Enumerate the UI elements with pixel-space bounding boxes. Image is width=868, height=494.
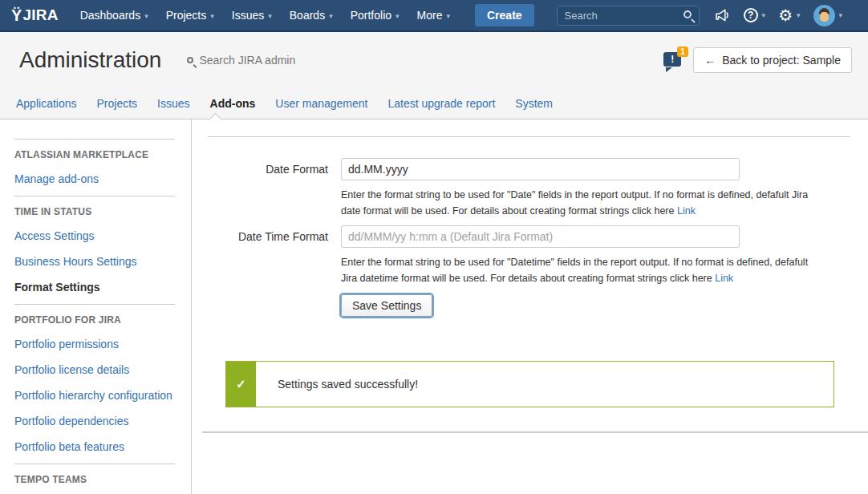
date-time-format-help: Enter the format string to be used for "… xyxy=(341,254,817,286)
sidebar-item-format-settings[interactable]: Format Settings xyxy=(14,280,175,294)
date-time-format-label: Date Time Format xyxy=(208,225,328,248)
top-navbar: ŸJIRA Dashboards▾ Projects▾ Issues▾ Boar… xyxy=(0,0,868,32)
main-panel: Date Format Enter the format string to b… xyxy=(192,119,868,494)
page-title: Administration xyxy=(19,47,161,73)
check-icon: ✓ xyxy=(226,362,256,407)
chevron-down-icon: ▾ xyxy=(144,12,148,20)
sidebar-item-access-settings[interactable]: Access Settings xyxy=(14,229,175,243)
admin-tabbar: Applications Projects Issues Add-ons Use… xyxy=(0,88,868,119)
nav-dashboards[interactable]: Dashboards▾ xyxy=(80,9,148,22)
sidebar-item-business-hours-settings[interactable]: Business Hours Settings xyxy=(14,254,175,269)
nav-portfolio[interactable]: Portfolio▾ xyxy=(351,9,400,22)
search-icon[interactable] xyxy=(683,10,692,18)
date-format-input[interactable] xyxy=(341,158,740,180)
help-icon: ? xyxy=(744,8,758,22)
save-settings-button[interactable]: Save Settings xyxy=(341,294,432,317)
tab-user-management[interactable]: User management xyxy=(275,97,367,110)
date-format-help-link[interactable]: Link xyxy=(677,205,696,217)
sidebar-heading-time-in-status: TIME IN STATUS xyxy=(14,206,175,217)
user-menu[interactable]: ▾ xyxy=(813,5,843,26)
date-format-label: Date Format xyxy=(208,158,328,180)
megaphone-icon xyxy=(714,7,731,23)
sidebar-heading-tempo-teams: TEMPO TEAMS xyxy=(14,474,175,485)
help-menu[interactable]: ?▾ xyxy=(744,8,766,22)
tab-system[interactable]: System xyxy=(515,97,553,110)
success-message-text: Settings saved successfully! xyxy=(256,362,418,407)
divider xyxy=(208,136,850,137)
admin-search xyxy=(187,54,319,67)
back-to-project-button[interactable]: ←Back to project: Sample xyxy=(693,47,852,73)
back-arrow-icon: ← xyxy=(704,54,716,67)
create-button[interactable]: Create xyxy=(475,4,534,26)
chevron-down-icon: ▾ xyxy=(839,11,843,19)
sidebar-item-portfolio-permissions[interactable]: Portfolio permissions xyxy=(14,337,175,351)
jira-logo[interactable]: ŸJIRA xyxy=(11,6,59,25)
success-message: ✓ Settings saved successfully! xyxy=(225,361,834,407)
avatar xyxy=(813,5,835,26)
sidebar-heading-portfolio-for-jira: PORTFOLIO FOR JIRA xyxy=(14,314,175,326)
nav-issues[interactable]: Issues▾ xyxy=(232,9,272,22)
divider xyxy=(14,464,175,464)
date-format-help: Enter the format string to be used for "… xyxy=(341,187,817,219)
sidebar-heading-atlassian-marketplace: ATLASSIAN MARKETPLACE xyxy=(14,149,175,160)
sidebar-item-portfolio-beta-features[interactable]: Portfolio beta features xyxy=(14,439,175,454)
sidebar-item-portfolio-license-details[interactable]: Portfolio license details xyxy=(14,362,175,377)
nav-projects[interactable]: Projects▾ xyxy=(166,9,214,22)
gear-icon: ⚙ xyxy=(778,7,793,23)
divider xyxy=(14,304,175,305)
date-time-format-input[interactable] xyxy=(341,225,740,248)
notifications-icon[interactable]: ! 1 xyxy=(663,52,683,68)
announcements-icon[interactable] xyxy=(714,7,731,23)
divider xyxy=(14,139,175,140)
tab-latest-upgrade-report[interactable]: Latest upgrade report xyxy=(387,97,495,110)
divider xyxy=(14,196,175,196)
search-icon xyxy=(187,57,193,63)
sidebar: ATLASSIAN MARKETPLACE Manage add-ons TIM… xyxy=(0,119,192,494)
sidebar-item-manage-add-ons[interactable]: Manage add-ons xyxy=(14,172,175,186)
admin-header: Administration ! 1 ←Back to project: Sam… xyxy=(0,32,868,88)
date-time-format-help-link[interactable]: Link xyxy=(715,273,733,284)
chevron-down-icon: ▾ xyxy=(268,12,272,20)
tab-applications[interactable]: Applications xyxy=(16,97,77,110)
tab-add-ons[interactable]: Add-ons xyxy=(210,97,256,110)
jira-logo-text: JIRA xyxy=(23,6,59,24)
divider xyxy=(202,431,868,433)
chevron-down-icon: ▾ xyxy=(395,12,400,20)
header-right-group: ! 1 ←Back to project: Sample xyxy=(663,47,852,73)
notification-badge: 1 xyxy=(677,47,688,57)
chevron-down-icon: ▾ xyxy=(446,12,450,20)
sidebar-item-portfolio-dependencies[interactable]: Portfolio dependencies xyxy=(14,414,175,428)
nav-boards[interactable]: Boards▾ xyxy=(290,9,333,22)
global-search xyxy=(557,6,700,26)
chevron-down-icon: ▾ xyxy=(329,12,333,20)
admin-search-input[interactable] xyxy=(199,54,319,67)
admin-settings-menu[interactable]: ⚙▾ xyxy=(778,7,800,23)
tab-issues[interactable]: Issues xyxy=(157,97,189,110)
date-time-format-row: Date Time Format xyxy=(208,225,850,248)
jira-logo-mark: Ÿ xyxy=(11,6,22,25)
date-format-row: Date Format xyxy=(208,158,850,180)
nav-more[interactable]: More▾ xyxy=(417,9,450,22)
tab-projects[interactable]: Projects xyxy=(97,97,138,110)
chevron-down-icon: ▾ xyxy=(797,11,801,19)
global-search-input[interactable] xyxy=(557,6,700,26)
content-area: ATLASSIAN MARKETPLACE Manage add-ons TIM… xyxy=(0,119,868,494)
navbar-icon-group: ?▾ ⚙▾ ▾ xyxy=(714,5,843,26)
chevron-down-icon: ▾ xyxy=(762,11,766,19)
chevron-down-icon: ▾ xyxy=(210,12,214,20)
sidebar-item-portfolio-hierarchy-configuration[interactable]: Portfolio hierarchy configuration xyxy=(14,388,175,403)
